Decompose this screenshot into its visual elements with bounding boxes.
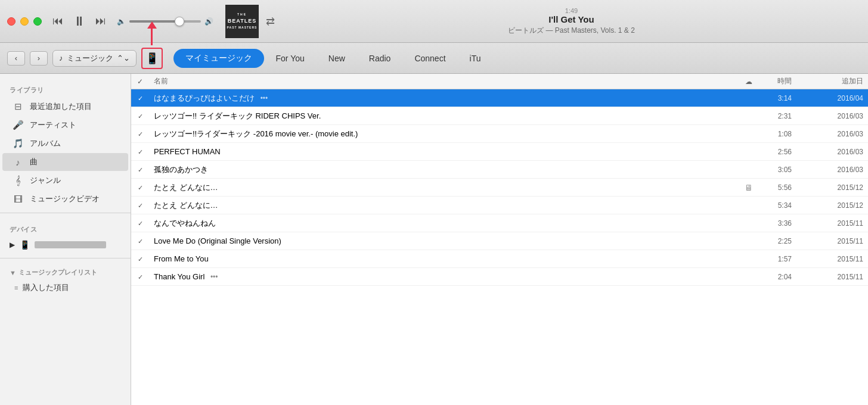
- tab-connect[interactable]: Connect: [402, 49, 457, 67]
- table-row[interactable]: ✓ レッツゴー!! ライダーキック RIDER CHIPS Ver. 2:31 …: [131, 107, 868, 125]
- table-row[interactable]: ✓ なんでやねんねん 3:36 2015/11: [131, 214, 868, 232]
- fast-forward-button[interactable]: ⏭: [94, 14, 107, 29]
- row-check: ✓: [131, 165, 149, 174]
- device-button-container: 📱: [141, 48, 163, 69]
- sidebar-item-genres[interactable]: 𝄞 ジャンル: [2, 172, 128, 189]
- traffic-lights: [7, 17, 42, 26]
- album-art-title: BEATLES: [227, 18, 258, 25]
- checkmark-icon: ✓: [138, 113, 143, 120]
- musicvideos-icon: 🎞: [12, 194, 24, 204]
- table-row[interactable]: ✓ 孤独のあかつき 3:05 2016/03: [131, 161, 868, 179]
- sidebar-item-songs[interactable]: ♪ 曲: [2, 153, 128, 171]
- devices-section-label: デバイス: [0, 218, 131, 236]
- header-check-col: ✓: [131, 77, 149, 86]
- sidebar-item-musicvideos[interactable]: 🎞 ミュージックビデオ: [2, 190, 128, 208]
- row-check: ✓: [131, 254, 149, 263]
- content-area: ✓ 名前 ☁ 時間 追加日 ✓ はなまるぴっぴはよいこだけ ••• 3:14: [131, 74, 868, 405]
- main-content: ライブラリ ⊟ 最近追加した項目 🎤 アーティスト 🎵 アルバム ♪ 曲 𝄞 ジ…: [0, 74, 868, 405]
- album-art-inner: THE BEATLES PAST MASTERS: [227, 13, 258, 30]
- song-duration: 3:05: [761, 166, 796, 174]
- tab-itunes[interactable]: iTu: [458, 49, 493, 67]
- table-row[interactable]: ✓ PERFECT HUMAN 2:56 2016/03: [131, 143, 868, 161]
- song-name: レッツゴー!! ライダーキック RIDER CHIPS Ver.: [149, 111, 737, 122]
- table-row[interactable]: ✓ レッツゴー!!ライダーキック -2016 movie ver.- (movi…: [131, 125, 868, 143]
- row-check: ✓: [131, 94, 149, 102]
- minimize-button[interactable]: [20, 17, 29, 26]
- date-added: 2016/03: [796, 112, 868, 120]
- tab-for-you[interactable]: For You: [264, 49, 317, 67]
- checkmark-icon: ✓: [138, 220, 143, 227]
- song-name: たとえ どんなに…: [149, 200, 737, 211]
- table-row[interactable]: ✓ Love Me Do (Original Single Version) 2…: [131, 232, 868, 250]
- album-art-detail: PAST MASTERS: [227, 26, 258, 30]
- recent-icon: ⊟: [12, 101, 24, 112]
- date-added: 2015/11: [796, 237, 868, 245]
- checkmark-icon: ✓: [138, 95, 143, 102]
- now-playing-title: I'll Get You: [282, 14, 861, 24]
- shuffle-icon[interactable]: ⇄: [266, 15, 275, 28]
- cloud-status: 🖥: [737, 183, 761, 192]
- now-playing-info: 1:49 I'll Get You ビートルズ — Past Masters, …: [282, 7, 861, 36]
- date-added: 2015/11: [796, 219, 868, 228]
- volume-track[interactable]: [129, 20, 201, 23]
- sidebar-item-recent[interactable]: ⊟ 最近追加した項目: [2, 98, 128, 116]
- sidebar-item-artists[interactable]: 🎤 アーティスト: [2, 116, 128, 134]
- song-name: はなまるぴっぴはよいこだけ •••: [149, 93, 737, 104]
- date-added: 2016/03: [796, 130, 868, 138]
- volume-control[interactable]: 🔈 🔊: [117, 17, 213, 26]
- sidebar-device-item[interactable]: ▶ 📱: [0, 236, 131, 253]
- song-duration: 3:36: [761, 219, 796, 228]
- sidebar-item-purchased[interactable]: ≡ 購入した項目: [0, 279, 131, 296]
- source-selector[interactable]: ♪ ミュージック ⌃⌄: [52, 50, 137, 67]
- tab-new[interactable]: New: [317, 49, 357, 67]
- more-options-icon[interactable]: •••: [261, 94, 268, 102]
- song-name: Love Me Do (Original Single Version): [149, 236, 737, 245]
- header-duration-col[interactable]: 時間: [761, 76, 796, 86]
- song-name: Thank You Girl •••: [149, 272, 737, 281]
- more-options-icon[interactable]: •••: [210, 273, 218, 281]
- sidebar-divider-1: [0, 213, 131, 213]
- close-button[interactable]: [7, 17, 16, 26]
- album-art: THE BEATLES PAST MASTERS: [225, 5, 259, 38]
- rewind-button[interactable]: ⏮: [51, 14, 64, 29]
- device-button[interactable]: 📱: [141, 48, 163, 69]
- maximize-button[interactable]: [33, 17, 42, 26]
- header-name-label: 名前: [154, 76, 168, 86]
- checkmark-icon: ✓: [138, 202, 143, 209]
- header-name-col[interactable]: 名前: [149, 76, 737, 86]
- forward-button[interactable]: ›: [30, 51, 48, 66]
- song-duration: 2:56: [761, 148, 796, 156]
- row-check: ✓: [131, 129, 149, 138]
- sidebar-divider-2: [0, 258, 131, 258]
- back-button[interactable]: ‹: [7, 51, 25, 66]
- volume-thumb[interactable]: [175, 17, 184, 26]
- song-name: PERFECT HUMAN: [149, 147, 737, 156]
- song-name: From Me to You: [149, 254, 737, 263]
- table-row[interactable]: ✓ Thank You Girl ••• 2:04 2015/11: [131, 268, 868, 286]
- nav-tabs: マイミュージック For You New Radio Connect iTu: [173, 49, 861, 68]
- sidebar-item-albums[interactable]: 🎵 アルバム: [2, 135, 128, 152]
- tab-radio[interactable]: Radio: [357, 49, 403, 67]
- checkmark-icon: ✓: [138, 130, 143, 138]
- row-check: ✓: [131, 111, 149, 120]
- checkmark-icon: ✓: [138, 273, 143, 281]
- song-name: なんでやねんねん: [149, 218, 737, 229]
- song-duration: 1:08: [761, 130, 796, 138]
- table-row[interactable]: ✓ はなまるぴっぴはよいこだけ ••• 3:14 2016/04: [131, 89, 868, 107]
- playlists-section-label[interactable]: ▼ ミュージックプレイリスト: [0, 263, 131, 279]
- device-phone-icon: 📱: [20, 240, 30, 250]
- table-header: ✓ 名前 ☁ 時間 追加日: [131, 74, 868, 89]
- checkmark-icon: ✓: [138, 238, 143, 245]
- checkmark-icon: ✓: [138, 166, 143, 173]
- table-row[interactable]: ✓ たとえ どんなに… 5:34 2015/12: [131, 197, 868, 214]
- sidebar-recent-label: 最近追加した項目: [30, 101, 92, 112]
- pause-button[interactable]: ⏸: [72, 13, 87, 30]
- header-date-col[interactable]: 追加日: [796, 76, 868, 86]
- table-row[interactable]: ✓ From Me to You 1:57 2015/11: [131, 250, 868, 268]
- tab-my-music[interactable]: マイミュージック: [173, 49, 264, 68]
- album-art-subtitle: THE: [227, 13, 258, 17]
- song-duration: 2:04: [761, 273, 796, 281]
- table-row[interactable]: ✓ たとえ どんなに… 🖥 5:56 2015/12: [131, 179, 868, 197]
- date-added: 2015/11: [796, 273, 868, 281]
- row-check: ✓: [131, 201, 149, 210]
